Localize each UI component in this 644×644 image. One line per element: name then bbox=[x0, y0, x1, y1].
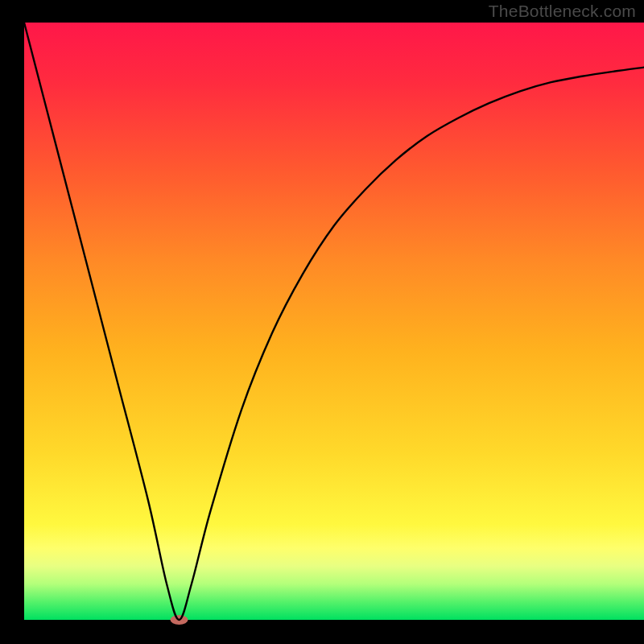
plot-background bbox=[24, 23, 644, 620]
bottleneck-chart bbox=[0, 0, 644, 644]
chart-frame: TheBottleneck.com bbox=[0, 0, 644, 644]
watermark-text: TheBottleneck.com bbox=[489, 2, 636, 21]
